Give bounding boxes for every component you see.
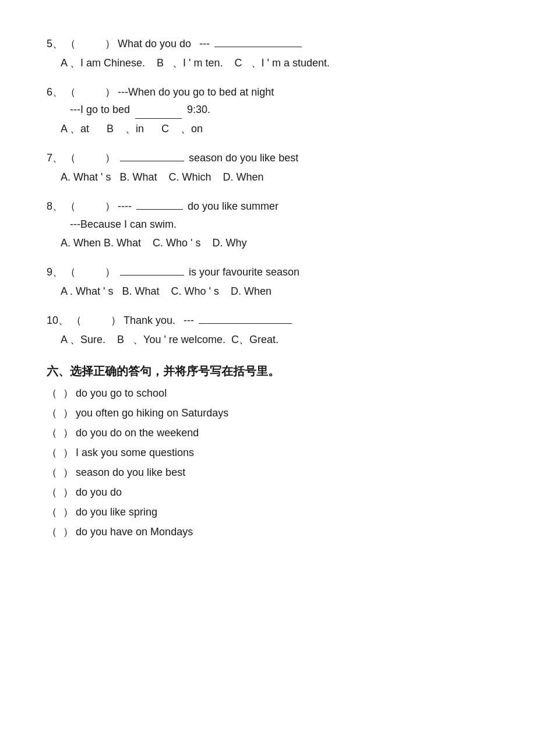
q10-dashes: ---: [178, 312, 194, 330]
q10-paren: （ ）: [71, 312, 121, 330]
q9-blank: [120, 275, 184, 275]
q10-options: A 、Sure. B 、You ' re welcome. C、Great.: [61, 330, 489, 349]
q7-paren: （ ）: [65, 149, 115, 167]
q8-dashes: ----: [118, 197, 132, 216]
list-item-7: （ ） do you like spring: [47, 505, 489, 519]
q8-options: A. When B. What C. Who ' s D. Why: [61, 233, 489, 253]
q6-number: 6、: [47, 83, 63, 101]
question-7: 7、 （ ） season do you like best A. What '…: [47, 149, 489, 187]
list-item-5: （ ） season do you like best: [47, 465, 489, 479]
q9-number: 9、: [47, 263, 63, 281]
list-text-2: you often go hiking on Saturdays: [76, 407, 228, 419]
q7-options: A. What ' s B. What C. Which D. When: [61, 167, 489, 187]
q5-blank: [214, 47, 302, 47]
question-6: 6、 （ ） ---When do you go to bed at night…: [47, 83, 489, 139]
q8-blank: [136, 209, 183, 210]
list-paren-2: （ ）: [47, 406, 73, 420]
list-item-2: （ ） you often go hiking on Saturdays: [47, 406, 489, 420]
list-item-3: （ ） do you do on the weekend: [47, 426, 489, 440]
q5-paren: （ ）: [65, 35, 115, 53]
list-paren-5: （ ）: [47, 465, 73, 479]
q8-paren: （ ）: [65, 197, 115, 216]
question-9: 9、 （ ） is your favourite season A . What…: [47, 263, 489, 301]
q10-text: Thank you.: [124, 312, 175, 330]
list-paren-3: （ ）: [47, 426, 73, 440]
q6-subline: ---I go to bed 9:30.: [70, 101, 489, 119]
list-paren-7: （ ）: [47, 505, 73, 519]
list-item-8: （ ） do you have on Mondays: [47, 525, 489, 539]
list-text-8: do you have on Mondays: [76, 526, 193, 538]
q8-text: do you like summer: [188, 197, 278, 216]
q8-number: 8、: [47, 197, 63, 216]
q5-options: A 、I am Chinese. B 、I ' m ten. C 、I ' m …: [61, 53, 489, 73]
list-text-4: I ask you some questions: [76, 447, 194, 459]
section6-header: 六、选择正确的答句，并将序号写在括号里。: [47, 363, 489, 379]
q8-subline: ---Because I can swim.: [70, 216, 489, 234]
list-item-6: （ ） do you do: [47, 485, 489, 499]
q6-options: A 、at B 、in C 、on: [61, 119, 489, 139]
q9-text: is your favourite season: [189, 263, 299, 281]
list-paren-6: （ ）: [47, 485, 73, 499]
list-paren-1: （ ）: [47, 386, 73, 400]
q7-text: season do you like best: [189, 149, 298, 167]
list-paren-4: （ ）: [47, 446, 73, 460]
list-text-1: do you go to school: [76, 387, 167, 400]
list-text-5: season do you like best: [76, 467, 185, 479]
list-item-4: （ ） I ask you some questions: [47, 446, 489, 460]
question-8: 8、 （ ） ---- do you like summer ---Becaus…: [47, 197, 489, 253]
q6-paren: （ ）: [65, 83, 115, 101]
q5-dashes: ---: [193, 35, 210, 53]
q6-text: ---When do you go to bed at night: [118, 83, 274, 101]
q7-blank: [120, 161, 184, 161]
list-item-1: （ ） do you go to school: [47, 386, 489, 400]
q7-number: 7、: [47, 149, 63, 167]
q5-text: What do you do: [118, 35, 191, 53]
list-text-6: do you do: [76, 486, 122, 499]
list-text-3: do you do on the weekend: [76, 427, 199, 439]
q9-paren: （ ）: [65, 263, 115, 281]
q10-blank: [199, 323, 292, 324]
q10-number: 10、: [47, 312, 69, 330]
list-paren-8: （ ）: [47, 525, 73, 539]
q9-options: A . What ' s B. What C. Who ' s D. When: [61, 281, 489, 301]
question-5: 5、 （ ） What do you do --- A 、I am Chines…: [47, 35, 489, 73]
q5-number: 5、: [47, 35, 63, 53]
list-text-7: do you like spring: [76, 506, 157, 518]
question-10: 10、 （ ） Thank you. --- A 、Sure. B 、You '…: [47, 312, 489, 349]
